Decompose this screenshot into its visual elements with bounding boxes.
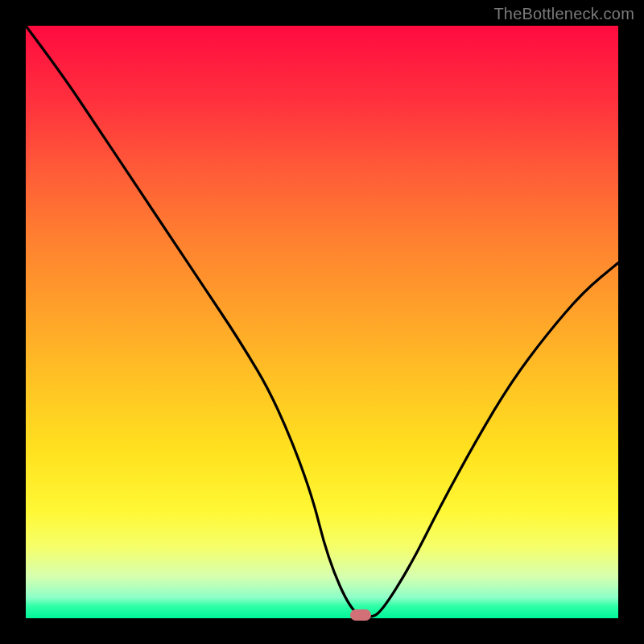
watermark-text: TheBottleneck.com [493, 5, 634, 23]
plot-area [26, 26, 618, 618]
chart-frame: TheBottleneck.com [0, 0, 644, 644]
curve-path [26, 26, 618, 617]
optimal-marker [350, 609, 371, 621]
bottleneck-curve [26, 26, 618, 618]
